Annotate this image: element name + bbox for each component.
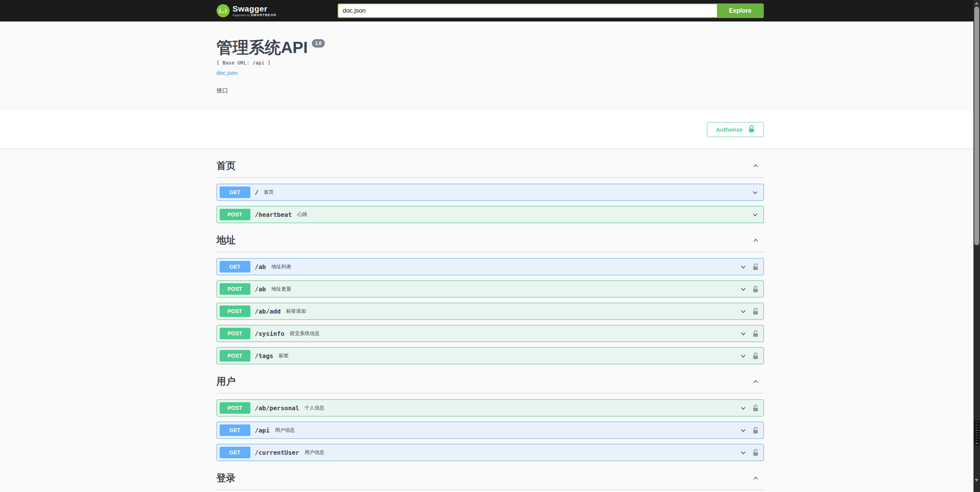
- operation-path: /ab/personal: [255, 404, 300, 412]
- lock-icon[interactable]: [752, 286, 759, 293]
- chevron-up-icon[interactable]: [752, 378, 759, 385]
- operation-summary: 地址列表: [271, 263, 291, 270]
- minimap-line: [975, 433, 978, 433]
- chevron-down-icon[interactable]: [740, 427, 747, 434]
- doc-json-link[interactable]: doc.json: [217, 69, 238, 76]
- scrollbar-down-arrow-icon[interactable]: [975, 479, 978, 482]
- lock-icon[interactable]: [752, 352, 759, 360]
- minimap-line: [975, 425, 978, 426]
- base-url: [ Base URL: /api ]: [217, 60, 764, 66]
- operation-row[interactable]: POST /ab/personal 个人信息: [217, 400, 764, 416]
- operation-row[interactable]: GET /currentUser 用户信息: [217, 444, 764, 461]
- authorize-button[interactable]: Authorize: [707, 122, 763, 137]
- section-header[interactable]: 首页: [217, 154, 764, 178]
- operation-row[interactable]: POST /ab 地址更新: [217, 281, 764, 297]
- tag-section: 地址 GET /ab 地址列表: [217, 228, 764, 364]
- operation-row[interactable]: POST /sysinfo 提交系统信息: [217, 325, 764, 342]
- operation-path: /: [255, 189, 259, 196]
- section-header[interactable]: 登录: [217, 466, 764, 490]
- operation-summary: 标签: [279, 352, 289, 359]
- operation-row[interactable]: GET /ab 地址列表: [217, 258, 764, 275]
- info-section: 管理系统API1.0 [ Base URL: /api ] doc.json 接…: [0, 21, 980, 111]
- operation-path: /ab: [255, 263, 266, 271]
- operation-summary: 心跳: [297, 211, 307, 218]
- minimap-line-green: [975, 443, 978, 444]
- method-badge: POST: [220, 209, 250, 220]
- chevron-down-icon[interactable]: [740, 330, 747, 337]
- method-badge: GET: [220, 261, 250, 272]
- chevron-down-icon[interactable]: [740, 404, 747, 412]
- operation-path: /tags: [255, 352, 273, 360]
- method-badge: POST: [220, 283, 250, 295]
- logo-subtitle-brand: SMARTBEAR: [251, 13, 276, 17]
- minimap-line: [975, 435, 978, 436]
- scrollbar-thumb[interactable]: [974, 7, 979, 245]
- operation-row[interactable]: GET / 首页: [217, 184, 764, 201]
- section-title: 登录: [217, 472, 236, 484]
- chevron-down-icon[interactable]: [740, 286, 747, 293]
- tag-section: 首页 GET / 首页 POST /heartbeat 心跳: [217, 154, 764, 223]
- chevron-down-icon[interactable]: [740, 308, 747, 315]
- lock-icon[interactable]: [752, 404, 759, 412]
- minimap-line: [975, 438, 978, 439]
- method-badge: POST: [220, 328, 250, 339]
- spec-url-input[interactable]: [338, 3, 717, 18]
- method-badge: GET: [220, 187, 250, 198]
- section-title: 首页: [217, 159, 236, 172]
- operation-row[interactable]: POST /ab/add 标签添加: [217, 303, 764, 320]
- operation-summary: 标签添加: [286, 308, 306, 315]
- operation-row[interactable]: POST /tags 标签: [217, 347, 764, 364]
- section-operations: GET /ab 地址列表 POST /ab 地址更新: [217, 258, 764, 364]
- minimap-line-orange: [975, 430, 978, 431]
- method-badge: GET: [220, 424, 250, 436]
- operation-summary: 提交系统信息: [290, 330, 320, 337]
- scrollbar-minimap-widget: [974, 421, 979, 445]
- chevron-down-icon[interactable]: [740, 352, 747, 360]
- logo-subtitle-prefix: Supported by: [233, 14, 250, 17]
- operation-summary: 用户信息: [305, 449, 324, 456]
- unlock-icon: [748, 125, 755, 134]
- method-badge: GET: [220, 447, 250, 458]
- operation-path: /ab/add: [255, 308, 281, 315]
- chevron-down-icon[interactable]: [752, 189, 759, 196]
- topbar: {…} Swagger Supported by SMARTBEAR Explo…: [0, 0, 980, 21]
- lock-icon[interactable]: [752, 308, 759, 315]
- chevron-down-icon[interactable]: [740, 449, 747, 456]
- minimap-line: [975, 422, 978, 423]
- section-header[interactable]: 用户: [217, 370, 764, 393]
- operation-summary: 地址更新: [271, 286, 291, 292]
- page-scrollbar[interactable]: [973, 0, 980, 492]
- lock-icon[interactable]: [752, 449, 759, 456]
- section-title: 用户: [217, 375, 236, 388]
- operation-summary: 个人信息: [305, 404, 324, 411]
- scrollbar-up-arrow-icon[interactable]: [975, 2, 978, 5]
- chevron-up-icon[interactable]: [752, 162, 759, 169]
- operation-path: /sysinfo: [255, 330, 285, 337]
- lock-icon[interactable]: [752, 330, 759, 337]
- operation-path: /heartbeat: [255, 211, 292, 218]
- api-description: 接口: [217, 87, 764, 111]
- operation-path: /api: [255, 427, 270, 434]
- minimap-line: [975, 440, 978, 441]
- operations-container: 首页 GET / 首页 POST /heartbeat 心跳: [217, 154, 764, 492]
- chevron-down-icon[interactable]: [752, 211, 759, 218]
- lock-icon[interactable]: [752, 427, 759, 434]
- operation-summary: 首页: [264, 189, 274, 196]
- swagger-logo[interactable]: {…} Swagger Supported by SMARTBEAR: [217, 4, 276, 17]
- page-title: 管理系统API1.0: [217, 38, 764, 57]
- lock-icon[interactable]: [752, 263, 759, 271]
- section-header[interactable]: 地址: [217, 228, 764, 252]
- section-title: 地址: [217, 234, 236, 246]
- operation-path: /currentUser: [255, 449, 300, 456]
- chevron-up-icon[interactable]: [752, 237, 759, 244]
- chevron-up-icon[interactable]: [752, 475, 759, 482]
- scheme-container: Authorize: [0, 111, 980, 149]
- api-title-text: 管理系统API: [217, 38, 308, 56]
- chevron-down-icon[interactable]: [740, 263, 747, 271]
- explore-button[interactable]: Explore: [717, 3, 764, 18]
- minimap-line: [975, 428, 978, 428]
- section-operations: POST /ab/personal 个人信息 GET /api 用户信息: [217, 400, 764, 461]
- operation-row[interactable]: POST /heartbeat 心跳: [217, 206, 764, 223]
- operation-row[interactable]: GET /api 用户信息: [217, 422, 764, 439]
- logo-title: Swagger: [233, 5, 276, 13]
